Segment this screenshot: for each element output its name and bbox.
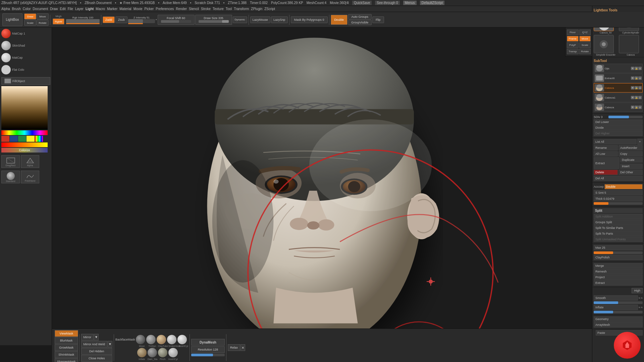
- dynamic-button[interactable]: Dynamic: [233, 16, 247, 23]
- groups-split-button[interactable]: Groups Split: [594, 220, 643, 225]
- dynmesh-button[interactable]: DynaMesh: [191, 339, 225, 346]
- double-button[interactable]: Double: [331, 15, 347, 25]
- menu-zscript[interactable]: ZScript: [264, 7, 275, 11]
- growmask-button[interactable]: GrowMask: [55, 344, 78, 351]
- focal-shift-button[interactable]: Focal Shift 60: [158, 15, 195, 25]
- menu-light[interactable]: Light: [86, 7, 94, 11]
- cabeza2-edit-icon[interactable]: ✏: [638, 106, 642, 109]
- cabeza-eye-icon[interactable]: 👁: [631, 86, 634, 89]
- ojis-edit-icon[interactable]: ✏: [638, 67, 642, 70]
- del-hidden-button[interactable]: Del Hidden: [81, 348, 112, 355]
- split-parts-button[interactable]: Split To Parts: [594, 231, 643, 236]
- mirror-arrow[interactable]: ▼: [94, 334, 99, 341]
- menu-texture[interactable]: Texture: [213, 7, 224, 11]
- flip-button[interactable]: Flip: [372, 16, 384, 23]
- floor-button[interactable]: Floor: [567, 29, 579, 35]
- split-addition-button[interactable]: Split Addition: [594, 214, 643, 219]
- extract6-eye-icon[interactable]: 👁: [631, 76, 634, 80]
- drag-rect-btn[interactable]: DragRect: [1, 155, 20, 168]
- scale-button[interactable]: Scale: [24, 20, 36, 26]
- close-holes-button[interactable]: Close Holes: [81, 355, 112, 362]
- matcap2-ball[interactable]: [1, 53, 11, 62]
- delete-button[interactable]: Delete: [594, 170, 618, 175]
- draw-size-button[interactable]: Draw Size 335: [195, 15, 232, 25]
- secondary-hue-bar[interactable]: [1, 142, 48, 147]
- mirror-button[interactable]: Mirror: [81, 334, 94, 341]
- polyf-button[interactable]: PolyF: [567, 42, 579, 48]
- shrinkmask-button[interactable]: ShrinkMask: [55, 351, 78, 358]
- rgb-intensity-slider[interactable]: [66, 19, 100, 23]
- ojis-lock-icon[interactable]: 🔒: [635, 67, 638, 70]
- insert-button[interactable]: Insert: [620, 164, 643, 169]
- skinshad-ball[interactable]: [1, 41, 11, 50]
- flat-color-ball[interactable]: [1, 65, 11, 74]
- menu-marker[interactable]: Marker: [107, 7, 117, 11]
- array-mesh-button[interactable]: ArrayMesh: [594, 322, 643, 327]
- list-all-button[interactable]: List All: [594, 139, 637, 144]
- menu-stencil[interactable]: Stencil: [189, 7, 199, 11]
- extract6-edit-icon[interactable]: ✏: [638, 76, 642, 80]
- cabeza1-edit-icon[interactable]: ✏: [638, 96, 642, 99]
- sphere9[interactable]: [168, 348, 178, 357]
- color-gradient-field[interactable]: [1, 86, 48, 130]
- mirror-weld-arrow[interactable]: ▼: [108, 341, 112, 348]
- resolution-button[interactable]: Resolution 128: [191, 346, 225, 353]
- thick-button[interactable]: Thick 0.02479: [594, 196, 643, 201]
- matcap1-ball[interactable]: [1, 29, 11, 38]
- accept-double-button[interactable]: Double: [604, 184, 643, 189]
- viewmask-button[interactable]: ViewMask: [55, 330, 78, 337]
- swatch-rainbow[interactable]: [35, 136, 43, 142]
- duplicate-button[interactable]: Duplicate: [620, 157, 643, 163]
- inflate-button[interactable]: Inflate: [594, 305, 638, 310]
- sharpenmask-button[interactable]: SharpenMask: [55, 358, 78, 362]
- nav-scale-button[interactable]: Scale: [579, 42, 591, 48]
- qyz-button[interactable]: QYZ: [579, 29, 591, 35]
- rename-button[interactable]: Rename: [594, 145, 618, 150]
- menu-transform[interactable]: Transform: [234, 7, 249, 11]
- subtool-ojis[interactable]: Ojis 👁 🔒 ✏: [594, 64, 643, 73]
- menu-color[interactable]: Color: [23, 7, 31, 11]
- blurmask-button[interactable]: BlurMask: [55, 337, 78, 344]
- relax-close[interactable]: ✕: [240, 344, 245, 351]
- extract-button[interactable]: Extract: [594, 157, 620, 169]
- extract2-button[interactable]: Extract: [594, 280, 643, 286]
- move-button[interactable]: Move: [37, 13, 49, 19]
- menu-alpha[interactable]: Alpha: [1, 7, 10, 11]
- max-button[interactable]: Max 25: [594, 245, 643, 250]
- geometry-button[interactable]: Geometry: [594, 316, 643, 322]
- menu-preferences[interactable]: Preferences: [156, 7, 174, 11]
- subtool-cabeza2[interactable]: Cabeza 👁 🔒 ✏: [594, 103, 643, 112]
- menu-macro[interactable]: Macro: [96, 7, 105, 11]
- clay-polish-button[interactable]: ClayPolish: [594, 255, 643, 260]
- transp-button[interactable]: Transp: [567, 49, 579, 54]
- lightbox-button[interactable]: LightBox: [2, 13, 22, 26]
- relax-button[interactable]: Relax: [228, 344, 240, 351]
- cabeza2-eye-icon[interactable]: 👁: [631, 106, 634, 109]
- list-all-arrow[interactable]: +: [637, 139, 643, 145]
- hue-bar[interactable]: [1, 130, 48, 135]
- color-picker[interactable]: Colorize: [1, 86, 50, 153]
- menu-tool[interactable]: Tool: [226, 7, 232, 11]
- cabeza1-eye-icon[interactable]: 👁: [631, 96, 634, 99]
- del-all-button[interactable]: Del All: [594, 176, 643, 181]
- sphere2[interactable]: [146, 335, 156, 344]
- menu-document[interactable]: Document: [33, 7, 48, 11]
- smooth-button[interactable]: Smooth: [594, 295, 638, 301]
- menu-brush[interactable]: Brush: [12, 7, 21, 11]
- divide-button[interactable]: Divide: [594, 125, 643, 130]
- main-canvas[interactable]: [52, 27, 592, 328]
- inflate-slider[interactable]: [594, 311, 643, 313]
- rgb-button[interactable]: Rgb M: [53, 18, 64, 24]
- del-higher-button[interactable]: Del Higher: [594, 131, 643, 136]
- swatch-green[interactable]: [18, 136, 26, 142]
- frame-button[interactable]: Frame: [567, 36, 579, 42]
- menu-edit[interactable]: Edit: [60, 7, 66, 11]
- ssmt-button[interactable]: S Smt 5: [594, 190, 643, 195]
- swatch-yellow[interactable]: [26, 136, 35, 142]
- group-visible-button[interactable]: GroupVisible: [348, 20, 372, 25]
- cabeza-lock-icon[interactable]: 🔒: [635, 86, 638, 89]
- default-zscript-btn[interactable]: DefaultZScript: [420, 1, 444, 5]
- swatch-red[interactable]: [1, 136, 9, 142]
- draw-button[interactable]: Draw: [24, 13, 36, 19]
- nav-rotate-button[interactable]: Rotate: [579, 49, 591, 54]
